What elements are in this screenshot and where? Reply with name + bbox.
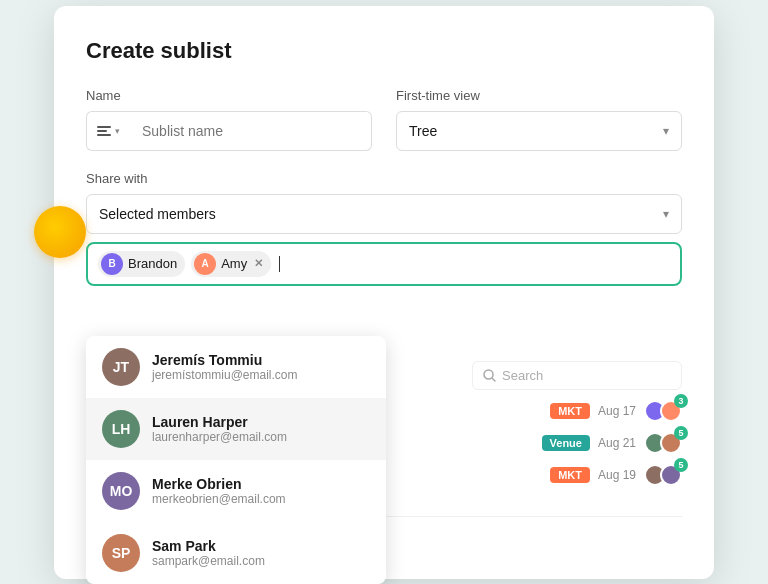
members-input-box[interactable]: B Brandon A Amy ✕ xyxy=(86,242,682,286)
share-select-dropdown[interactable]: Selected members ▾ xyxy=(86,194,682,234)
bg-list-item-2: MKT Aug 19 5 xyxy=(472,464,682,486)
create-sublist-modal: Create sublist Name ▾ First-time view xyxy=(54,6,714,579)
name-input-row: ▾ xyxy=(86,111,372,151)
bg-list-item-0: MKT Aug 17 3 xyxy=(472,400,682,422)
dropdown-item-merke[interactable]: MO Merke Obrien merkeobrien@email.com xyxy=(86,460,386,522)
avatar-count-1: 5 xyxy=(674,426,688,440)
tag-mkt-2: MKT xyxy=(550,467,590,483)
brandon-avatar: B xyxy=(101,253,123,275)
jeremis-email: jeremístommiu@email.com xyxy=(152,368,298,382)
member-chip-amy: A Amy ✕ xyxy=(191,251,271,277)
sam-name: Sam Park xyxy=(152,538,265,554)
amy-avatar: A xyxy=(194,253,216,275)
dropdown-item-lauren[interactable]: LH Lauren Harper laurenharper@email.com xyxy=(86,398,386,460)
share-section: Share with Selected members ▾ B Brandon … xyxy=(86,171,682,286)
lauren-email: laurenharper@email.com xyxy=(152,430,287,444)
form-top-row: Name ▾ First-time view Tree ▾ xyxy=(86,88,682,151)
user-avatar-dot xyxy=(34,206,86,258)
name-label: Name xyxy=(86,88,372,103)
list-icon-button[interactable]: ▾ xyxy=(86,111,130,151)
search-placeholder: Search xyxy=(502,368,543,383)
share-chevron-icon: ▾ xyxy=(663,207,669,221)
view-chevron-icon: ▾ xyxy=(663,124,669,138)
lauren-avatar: LH xyxy=(102,410,140,448)
lauren-info: Lauren Harper laurenharper@email.com xyxy=(152,414,287,444)
search-icon xyxy=(483,369,496,382)
date-2: Aug 19 xyxy=(598,468,636,482)
lauren-name: Lauren Harper xyxy=(152,414,287,430)
avatar-stack-2: 5 xyxy=(644,464,682,486)
avatar-count-2: 5 xyxy=(674,458,688,472)
search-bar[interactable]: Search xyxy=(472,361,682,390)
jeremis-info: Jeremís Tommiu jeremístommiu@email.com xyxy=(152,352,298,382)
member-chip-brandon: B Brandon xyxy=(98,251,185,277)
jeremis-name: Jeremís Tommiu xyxy=(152,352,298,368)
sam-email: sampark@email.com xyxy=(152,554,265,568)
view-group: First-time view Tree ▾ xyxy=(396,88,682,151)
list-icon xyxy=(97,126,111,136)
view-select-dropdown[interactable]: Tree ▾ xyxy=(396,111,682,151)
merke-avatar: MO xyxy=(102,472,140,510)
text-cursor xyxy=(279,256,280,272)
view-select-value: Tree xyxy=(409,123,437,139)
name-group: Name ▾ xyxy=(86,88,372,151)
tag-venue-1: Venue xyxy=(542,435,590,451)
date-0: Aug 17 xyxy=(598,404,636,418)
avatar-count-0: 3 xyxy=(674,394,688,408)
members-dropdown: JT Jeremís Tommiu jeremístommiu@email.co… xyxy=(86,336,386,584)
view-label: First-time view xyxy=(396,88,682,103)
amy-name: Amy xyxy=(221,256,247,271)
tag-mkt-0: MKT xyxy=(550,403,590,419)
modal-title: Create sublist xyxy=(86,38,682,64)
merke-email: merkeobrien@email.com xyxy=(152,492,286,506)
bg-list: Search MKT Aug 17 3 Venue Aug 21 5 xyxy=(472,361,682,486)
sam-info: Sam Park sampark@email.com xyxy=(152,538,265,568)
bg-list-item-1: Venue Aug 21 5 xyxy=(472,432,682,454)
dropdown-item-sam[interactable]: SP Sam Park sampark@email.com xyxy=(86,522,386,584)
share-select-value: Selected members xyxy=(99,206,216,222)
brandon-name: Brandon xyxy=(128,256,177,271)
avatar-stack-1: 5 xyxy=(644,432,682,454)
dropdown-item-jeremis[interactable]: JT Jeremís Tommiu jeremístommiu@email.co… xyxy=(86,336,386,398)
list-icon-chevron: ▾ xyxy=(115,126,120,136)
avatar-stack-0: 3 xyxy=(644,400,682,422)
amy-remove-btn[interactable]: ✕ xyxy=(254,257,263,270)
date-1: Aug 21 xyxy=(598,436,636,450)
svg-line-1 xyxy=(492,378,495,381)
jeremis-avatar: JT xyxy=(102,348,140,386)
merke-name: Merke Obrien xyxy=(152,476,286,492)
share-label: Share with xyxy=(86,171,682,186)
merke-info: Merke Obrien merkeobrien@email.com xyxy=(152,476,286,506)
sam-avatar: SP xyxy=(102,534,140,572)
sublist-name-input[interactable] xyxy=(130,111,372,151)
